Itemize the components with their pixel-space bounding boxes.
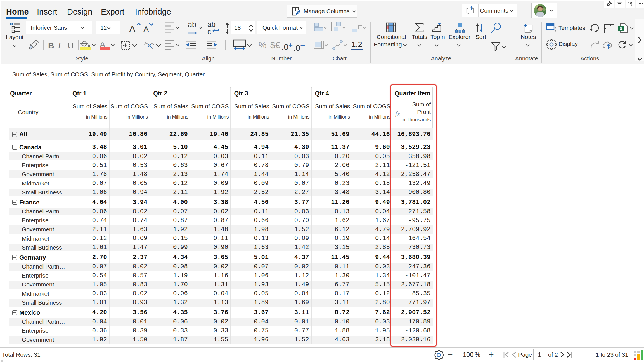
svg-text:X: X (619, 27, 622, 31)
